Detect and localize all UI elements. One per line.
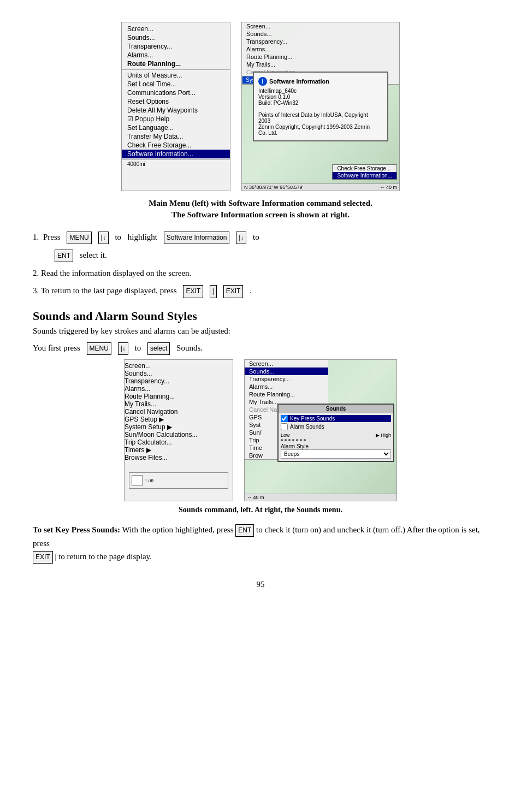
- sounds-menu-sun: Sun/Moon Calculations...: [125, 431, 233, 438]
- step1-arrow2[interactable]: |↓: [236, 232, 246, 244]
- map-menu-screen: Screen...: [242, 22, 399, 30]
- sounds-heading: Sounds and Alarm Sound Styles: [33, 309, 488, 323]
- volume-bar: [281, 439, 391, 441]
- step1-software-btn[interactable]: Software Information: [164, 232, 230, 244]
- sounds-panel-title: Sounds: [279, 405, 393, 413]
- alarm-style-label: Alarm Style: [281, 443, 391, 449]
- step3-exit-btn2[interactable]: EXIT: [223, 285, 244, 298]
- smap-sounds: Sounds...: [245, 368, 328, 375]
- sounds-menu-system: System Setup ▶: [125, 423, 233, 431]
- sounds-screenshot-row: Screen... Sounds... Transparency... Alar…: [33, 359, 488, 501]
- smap-route: Route Planning...: [245, 390, 328, 398]
- step-3: 3. To return to the last page displayed,…: [33, 284, 488, 298]
- coord-text: N 36°08.971' W 95°50.579': [244, 185, 303, 190]
- software-info-line5: 2003: [258, 118, 383, 124]
- caption-sounds: Sounds command, left. At right, the Soun…: [33, 506, 488, 514]
- key-press-label: Key Press Sounds: [290, 416, 335, 422]
- sounds-menu-transparency: Transparency...: [125, 377, 233, 385]
- sounds-arrow[interactable]: |↓: [118, 342, 128, 355]
- vol-dot-5: [296, 439, 298, 441]
- right-sounds-map: Screen... Sounds... Transparency... Alar…: [244, 359, 397, 501]
- step1-menu-btn[interactable]: MENU: [67, 232, 91, 244]
- sounds-menu-trails: My Trails...: [125, 400, 233, 408]
- alarm-checkbox[interactable]: [281, 423, 288, 430]
- top-screenshot-row: Screen... Sounds... Transparency... Alar…: [33, 22, 488, 191]
- smap-transparency: Transparency...: [245, 375, 328, 383]
- step3-prefix: 3. To return to the last page displayed,…: [33, 284, 177, 297]
- sounds-menu-timers: Timers ▶: [125, 446, 233, 454]
- volume-low: Low: [281, 432, 290, 438]
- sounds-coord-bar: ↔ 40 m: [245, 494, 396, 501]
- bottom-bold: To set Key Press Sounds:: [33, 525, 120, 534]
- step-2: 2. Read the information displayed on the…: [33, 266, 488, 280]
- menu-item-units: Units of Measure...: [122, 71, 230, 80]
- sounds-to: to: [135, 341, 141, 354]
- sounds-menu-cancel: Cancel Navigation: [125, 408, 233, 416]
- key-press-checkbox[interactable]: [281, 415, 288, 422]
- software-info-line6: Zenrin Copyright, Copyright 1999-2003 Ze…: [258, 124, 383, 130]
- menu-item-transfer: Transfer My Data...: [122, 132, 230, 141]
- bottom-exit-btn[interactable]: EXIT: [33, 551, 53, 564]
- sounds-select-btn[interactable]: select: [147, 342, 170, 355]
- menu-item-delete: Delete All My Waypoints: [122, 106, 230, 115]
- sounds-menu-btn[interactable]: MENU: [87, 342, 111, 355]
- step-1-continued: ENT select it.: [55, 248, 488, 262]
- sounds-menu-route: Route Planning...: [125, 393, 233, 400]
- sounds-menu-browse: Browse Files...: [125, 454, 233, 461]
- volume-high: ▶ High: [376, 432, 391, 438]
- step1-to2: to: [253, 230, 259, 244]
- alarm-style-select[interactable]: Beeps: [281, 449, 391, 459]
- step1-arrow1[interactable]: |↓: [98, 232, 109, 244]
- sounds-menu-gps: GPS Setup ▶: [125, 416, 233, 423]
- step3-pipe: |: [210, 285, 217, 298]
- step3-suffix: .: [250, 284, 252, 297]
- menu-item-screen: Screen...: [122, 25, 230, 33]
- map-menu-route: Route Planning...: [242, 53, 399, 61]
- alarm-row: Alarm Sounds: [281, 423, 391, 430]
- sounds-intro-prefix: You first press: [33, 341, 80, 354]
- sounds-menu-screen: Screen...: [125, 362, 233, 370]
- menu-item-time: Set Local Time...: [122, 80, 230, 88]
- caption-top-line1: Main Menu (left) with Software Informati…: [33, 198, 488, 209]
- sounds-scale: ↔ 40 m: [247, 495, 264, 500]
- sounds-subtext: Sounds triggered by key strokes and alar…: [33, 327, 488, 336]
- page-content: Screen... Sounds... Transparency... Alar…: [33, 22, 488, 589]
- software-info-dialog: i Software Information Intellimap_640c V…: [253, 72, 388, 141]
- step1-period: select it.: [80, 248, 107, 262]
- menu-item-reset: Reset Options: [122, 97, 230, 106]
- map-menu-transparency: Transparency...: [242, 38, 399, 45]
- vol-dot-3: [288, 439, 291, 441]
- info-icon: i: [258, 77, 267, 86]
- menu-item-route: Route Planning...: [122, 60, 230, 68]
- step3-exit-btn1[interactable]: EXIT: [183, 285, 203, 298]
- menu-item-software: Software Information...: [122, 150, 230, 158]
- step1-enter-btn[interactable]: ENT: [55, 250, 73, 262]
- step1-number: 1.: [33, 230, 39, 244]
- step-1: 1. Press MENU |↓ to highlight Software I…: [33, 230, 488, 244]
- menu-item-storage: Check Free Storage...: [122, 141, 230, 150]
- software-info-line1: Intellimap_640c: [258, 88, 383, 94]
- left-menu-screenshot: Screen... Sounds... Transparency... Alar…: [121, 22, 230, 191]
- step1-highlight: highlight: [128, 230, 157, 244]
- menu-item-language: Set Language...: [122, 123, 230, 132]
- software-info-line3: Build: PC-Win32: [258, 100, 383, 106]
- step1-press: Press: [41, 230, 60, 244]
- software-info-label: Software Information: [269, 78, 329, 85]
- menu-item-comm: Communications Port...: [122, 88, 230, 97]
- sounds-menu-sounds: Sounds...: [125, 370, 233, 377]
- bottom-text3: to return to the page display.: [58, 552, 152, 561]
- vol-dot-2: [285, 439, 287, 441]
- waypoint-icon: [132, 475, 143, 486]
- volume-labels: Low ▶ High: [281, 432, 391, 438]
- map-menu-trails: My Trails...: [242, 61, 399, 68]
- map-bottom-storage: Check Free Storage...: [333, 165, 396, 172]
- bottom-text1: With the option highlighted, press: [122, 525, 236, 534]
- sounds-menu-alarms: Alarms...: [125, 385, 233, 393]
- alarm-sounds-label: Alarm Sounds: [290, 424, 324, 430]
- bottom-ent-btn[interactable]: ENT: [235, 524, 254, 537]
- software-info-line2: Version 0.1.0: [258, 94, 383, 100]
- sounds-menu-trip: Trip Calculator...: [125, 438, 233, 446]
- vol-dot-6: [300, 439, 302, 441]
- vol-dot-4: [292, 439, 294, 441]
- sounds-intro-line: You first press MENU |↓ to select Sounds…: [33, 341, 488, 355]
